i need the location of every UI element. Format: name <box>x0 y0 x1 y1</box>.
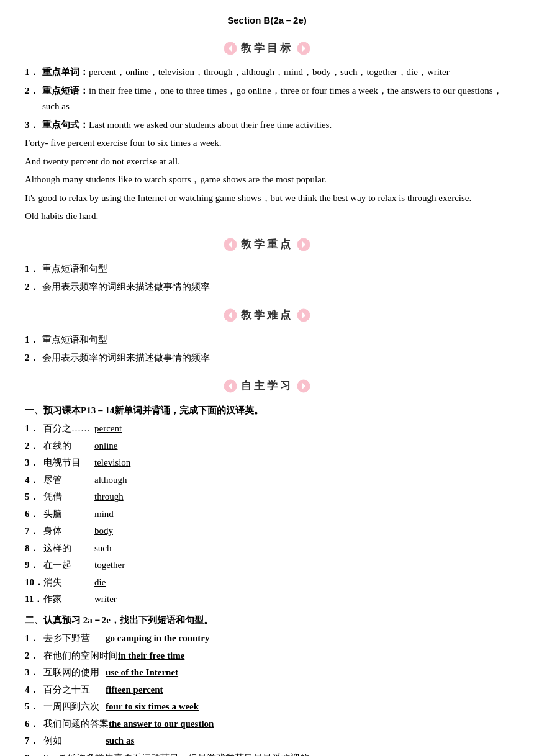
sentence-4: Although many students like to watch spo… <box>25 172 509 188</box>
sentence-2: Forty- five percent exercise four to six… <box>25 135 509 151</box>
phrase-item-4: 4． 百分之十五 fifteen percent <box>25 682 509 698</box>
phrase-item-8: 8． 8．虽然许多学生喜欢看运动节目，但是游戏类节目是最受欢迎的。 Althou… <box>25 750 509 756</box>
vocab-item-10: 10． 消失 die <box>25 575 509 591</box>
arrow-left-icon-2 <box>224 238 237 251</box>
vocab-item-4: 4． 尽管 although <box>25 472 509 488</box>
vocab-item-3: 3． 电视节目 television <box>25 455 509 471</box>
banner-jiaoxue-mubiao: 教学目标 <box>25 40 509 58</box>
banner-jiaoxue-nandian: 教学难点 <box>25 307 509 325</box>
nandian-1: 1． 重点短语和句型 <box>25 332 509 348</box>
zizhu-block: 一、预习课本P13－14新单词并背诵，完成下面的汉译英。 1． 百分之…… pe… <box>25 403 509 756</box>
vocab-item-2: 2． 在线的 online <box>25 438 509 454</box>
phrase-item-7: 7． 例如 such as <box>25 733 509 749</box>
arrow-right-icon-2 <box>297 238 310 251</box>
phrase-item-1: 1． 去乡下野营 go camping in the country <box>25 631 509 647</box>
phrase-item-2: 2． 在他们的空闲时间 in their free time <box>25 648 509 664</box>
sentence-1: Last month we asked our students about t… <box>89 117 332 133</box>
phrase-item-3: 3． 互联网的使用 use of the Internet <box>25 665 509 681</box>
arrow-left-icon <box>224 42 237 55</box>
section-title: Section B(2a－2e) <box>25 12 509 29</box>
objective-3: 3． 重点句式： Last month we asked our student… <box>25 117 509 133</box>
objective-1: 1． 重点单词：percent，online，television，throug… <box>25 65 509 81</box>
vocab-item-9: 9． 在一起 together <box>25 557 509 574</box>
zhongdian-block: 1． 重点短语和句型 2． 会用表示频率的词组来描述做事情的频率 <box>25 261 509 295</box>
zizhu-intro: 一、预习课本P13－14新单词并背诵，完成下面的汉译英。 <box>25 403 509 419</box>
arrow-left-icon-4 <box>224 379 237 393</box>
zizhu-intro2: 二、认真预习 2a－2e，找出下列短语和句型。 <box>25 613 509 629</box>
arrow-left-icon-3 <box>224 308 237 322</box>
phrase-8-chinese: 8．虽然许多学生喜欢看运动节目，但是游戏类节目是最受欢迎的。 <box>43 750 319 756</box>
objective-2: 2． 重点短语：in their free time，one to three … <box>25 83 509 115</box>
vocab-item-11: 11． 作家 writer <box>25 592 509 608</box>
jiaoxue-mubiao-text: 教学目标 <box>241 40 293 58</box>
arrow-right-icon-4 <box>297 379 310 393</box>
phrase-item-6: 6． 我们问题的答案 the answer to our question <box>25 716 509 732</box>
jiaoxue-zhongdian-text: 教学重点 <box>241 236 293 254</box>
arrow-right-icon-3 <box>297 308 310 322</box>
vocab-item-1: 1． 百分之…… percent <box>25 421 509 437</box>
banner-jiaoxue-zhongdian: 教学重点 <box>25 236 509 254</box>
vocab-item-8: 8． 这样的 such <box>25 541 509 557</box>
sentence-3: And twenty percent do not exercise at al… <box>25 154 509 170</box>
zhongdian-2: 2． 会用表示频率的词组来描述做事情的频率 <box>25 279 509 295</box>
nandian-block: 1． 重点短语和句型 2． 会用表示频率的词组来描述做事情的频率 <box>25 332 509 366</box>
arrow-right-icon <box>297 42 310 55</box>
vocab-item-7: 7． 身体 body <box>25 523 509 539</box>
vocab-item-6: 6． 头脑 mind <box>25 506 509 523</box>
zhongdian-1: 1． 重点短语和句型 <box>25 261 509 277</box>
phrase-item-5: 5． 一周四到六次 four to six times a week <box>25 699 509 715</box>
zizhu-xuexi-text: 自主学习 <box>241 377 293 395</box>
vocab-item-5: 5． 凭借 through <box>25 489 509 505</box>
vocab-list: 1． 百分之…… percent 2． 在线的 online 3． 电视节目 t… <box>25 421 509 608</box>
objectives-block: 1． 重点单词：percent，online，television，throug… <box>25 65 509 225</box>
sentence-6: Old habits die hard. <box>25 209 509 225</box>
phrase-list: 1． 去乡下野营 go camping in the country 2． 在他… <box>25 631 509 749</box>
jiaoxue-nandian-text: 教学难点 <box>241 307 293 325</box>
sentence-5: It's good to relax by using the Internet… <box>25 191 509 207</box>
banner-zizhu-xuexi: 自主学习 <box>25 377 509 395</box>
nandian-2: 2． 会用表示频率的词组来描述做事情的频率 <box>25 350 509 366</box>
